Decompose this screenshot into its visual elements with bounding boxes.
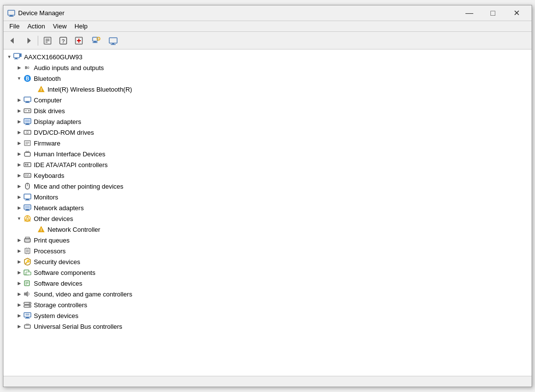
display-icon: [23, 117, 32, 126]
hid-expander[interactable]: [15, 150, 23, 158]
tree-bluetooth[interactable]: B Bluetooth: [3, 73, 532, 84]
bluetooth-expander[interactable]: [15, 74, 23, 82]
tree-system[interactable]: System devices: [3, 310, 532, 321]
tree-computer[interactable]: Computer: [3, 95, 532, 105]
dvd-label: DVD/CD-ROM drives: [34, 129, 94, 136]
svg-rect-53: [27, 164, 28, 166]
window-controls: — □ ✕: [458, 5, 528, 21]
uninstall-button[interactable]: [72, 34, 86, 48]
disk-icon: [23, 106, 32, 115]
firmware-expander[interactable]: [15, 139, 23, 147]
storage-expander[interactable]: [15, 301, 23, 309]
menu-action[interactable]: Action: [24, 22, 49, 31]
hid-icon: [23, 149, 32, 158]
tree-display[interactable]: Display adapters: [3, 116, 532, 127]
tree-monitors[interactable]: Monitors: [3, 192, 532, 202]
tree-network-adapters[interactable]: Network adapters: [3, 202, 532, 213]
svg-point-35: [28, 110, 30, 112]
root-expander[interactable]: [5, 53, 13, 61]
dvd-expander[interactable]: [15, 128, 23, 136]
audio-expander[interactable]: [15, 64, 23, 72]
hid-label: Human Interface Devices: [34, 150, 105, 158]
tree-security[interactable]: 🔑 Security devices: [3, 256, 532, 267]
tree-intel-bluetooth[interactable]: ! Intel(R) Wireless Bluetooth(R): [3, 84, 532, 95]
tree-keyboard[interactable]: Keyboards: [3, 170, 532, 181]
menu-file[interactable]: File: [5, 22, 24, 31]
nc-icon: !: [37, 225, 46, 234]
security-icon: 🔑: [23, 257, 32, 266]
tree-mice[interactable]: Mice and other pointing devices: [3, 181, 532, 192]
minimize-button[interactable]: —: [458, 5, 481, 21]
sw-comp-expander[interactable]: [15, 269, 23, 276]
sound-expander[interactable]: [15, 290, 23, 298]
menu-help[interactable]: Help: [71, 22, 92, 31]
menu-view[interactable]: View: [49, 22, 71, 31]
ide-expander[interactable]: [15, 161, 23, 169]
tree-print[interactable]: Print queues: [3, 235, 532, 245]
tree-firmware[interactable]: Firmware: [3, 138, 532, 148]
display-expander[interactable]: [15, 118, 23, 125]
tree-network-controller[interactable]: ! Network Controller: [3, 224, 532, 235]
usb-icon: [23, 322, 32, 331]
svg-rect-57: [28, 174, 29, 175]
tree-processors[interactable]: Processors: [3, 245, 532, 256]
svg-point-95: [29, 306, 30, 307]
tree-audio[interactable]: Audio inputs and outputs: [3, 62, 532, 73]
svg-marker-4: [27, 38, 31, 44]
properties-button[interactable]: [40, 34, 55, 48]
audio-icon: [23, 63, 32, 72]
toolbar: ? !: [3, 32, 532, 49]
tree-software-components[interactable]: Software components: [3, 267, 532, 278]
tree-storage[interactable]: Storage controllers: [3, 299, 532, 310]
tree-disk[interactable]: Disk drives: [3, 105, 532, 116]
forward-button[interactable]: [21, 34, 36, 48]
tree-software-devices[interactable]: Software devices: [3, 278, 532, 289]
scan-button[interactable]: !: [87, 34, 105, 48]
monitors-expander[interactable]: [15, 193, 23, 201]
keyboard-expander[interactable]: [15, 172, 23, 179]
sw-dev-expander[interactable]: [15, 279, 23, 287]
display-label: Display adapters: [34, 118, 81, 125]
disk-expander[interactable]: [15, 107, 23, 115]
help-button[interactable]: ?: [56, 34, 71, 48]
keyboard-label: Keyboards: [34, 172, 64, 179]
network-adapters-expander[interactable]: [15, 204, 23, 212]
processors-label: Processors: [34, 247, 66, 255]
svg-text:?: ?: [62, 38, 65, 44]
intel-bt-label: Intel(R) Wireless Bluetooth(R): [48, 86, 132, 93]
svg-rect-67: [26, 209, 29, 210]
bluetooth-label: Bluetooth: [34, 75, 61, 82]
print-expander[interactable]: [15, 236, 23, 244]
tree-other[interactable]: ? Other devices: [3, 213, 532, 224]
firmware-icon: [23, 139, 32, 147]
security-expander[interactable]: [15, 258, 23, 266]
svg-rect-19: [109, 38, 117, 43]
device-manager-window: Device Manager — □ ✕ File Action View He…: [3, 5, 532, 387]
close-button[interactable]: ✕: [505, 5, 528, 21]
svg-rect-25: [20, 53, 22, 57]
svg-rect-68: [25, 210, 30, 211]
processors-expander[interactable]: [15, 247, 23, 255]
svg-rect-60: [29, 176, 30, 177]
system-icon: [23, 311, 32, 320]
tree-dvd[interactable]: DVD/CD-ROM drives: [3, 127, 532, 138]
svg-rect-33: [25, 102, 30, 103]
computer-button[interactable]: [106, 34, 121, 48]
usb-expander[interactable]: [15, 322, 23, 330]
svg-rect-65: [25, 200, 30, 200]
tree-hid[interactable]: Human Interface Devices: [3, 148, 532, 159]
tree-ide[interactable]: IDE ATA/ATAPI controllers: [3, 159, 532, 170]
computer-expander[interactable]: [15, 96, 23, 104]
tree-root[interactable]: AAXCX1660GUW93: [3, 51, 532, 62]
status-bar: [3, 376, 532, 387]
svg-rect-98: [25, 318, 30, 318]
maximize-button[interactable]: □: [482, 5, 504, 21]
system-expander[interactable]: [15, 312, 23, 319]
tree-usb[interactable]: Universal Serial Bus controllers: [3, 321, 532, 332]
tree-sound[interactable]: Sound, video and game controllers: [3, 289, 532, 299]
sound-label: Sound, video and game controllers: [34, 291, 132, 298]
mice-expander[interactable]: [15, 182, 23, 190]
device-tree[interactable]: AAXCX1660GUW93 Audio inputs and outputs: [3, 49, 532, 376]
back-button[interactable]: [5, 34, 20, 48]
other-expander[interactable]: [15, 215, 23, 222]
